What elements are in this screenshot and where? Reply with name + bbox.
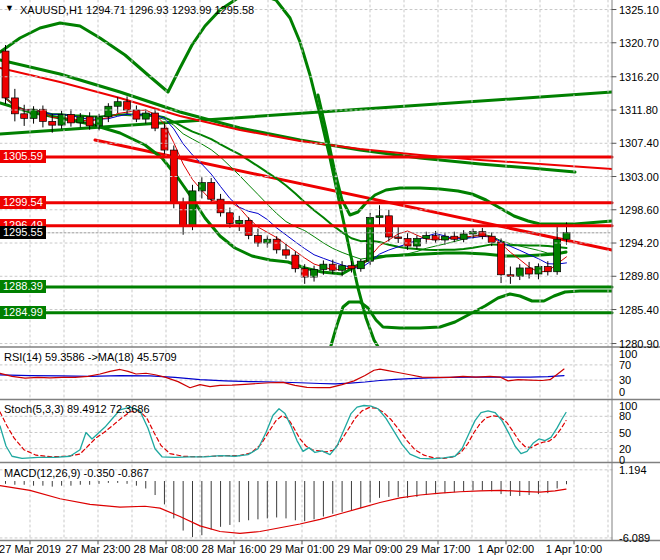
stoch-scale-label: 50: [619, 427, 631, 439]
stoch-indicator-label: Stoch(5,3,3) 89.4912 72.3686: [4, 403, 150, 415]
ascending-green-trendline: [0, 92, 612, 134]
candle: [236, 216, 243, 231]
macd-signal-line: [0, 486, 566, 534]
price-axis-label: 1320.70: [619, 37, 659, 49]
price-axis-label: 1307.40: [619, 137, 659, 149]
price-axis-label: 1298.60: [619, 204, 659, 216]
candle: [264, 235, 271, 247]
rsi-main-line: [0, 369, 564, 388]
rsi-scale-label: 30: [619, 374, 631, 386]
price-badge-1299.54: 1299.54: [0, 196, 46, 209]
macd-scale-max: 1.194: [619, 464, 647, 476]
candle: [161, 124, 168, 154]
candle: [413, 235, 420, 249]
time-axis-label: 1 Apr 02:00: [478, 543, 534, 555]
macd-indicator-label: MACD(12,26,9) -0.350 -0.867: [4, 467, 149, 479]
time-axis-label: 28 Mar 16:00: [202, 543, 267, 555]
candle: [2, 45, 9, 104]
price-axis-label: 1289.80: [619, 270, 659, 282]
price-axis-label: 1311.80: [619, 104, 658, 116]
price-axis-label: 1294.20: [619, 237, 659, 249]
symbol-dropdown-icon[interactable]: ▼: [5, 3, 14, 13]
rsi-scale-label: 0: [619, 386, 625, 398]
price-badge-1284.99: 1284.99: [0, 306, 46, 319]
rsi-indicator-label: RSI(14) 59.3586 ->MA(18) 45.5709: [4, 351, 177, 363]
price-axis-label: 1325.10: [619, 4, 659, 16]
price-axis-label: 1303.00: [619, 171, 659, 183]
candle: [507, 266, 514, 283]
candle: [208, 178, 215, 203]
time-axis-label: 29 Mar 09:00: [338, 543, 403, 555]
time-axis-label: 1 Apr 10:00: [546, 543, 602, 555]
rsi-scale-label: 70: [619, 359, 631, 371]
rsi-scale-label: 100: [619, 348, 637, 360]
candle: [357, 259, 364, 272]
main-chart-panel: [0, 0, 612, 350]
candle: [245, 217, 252, 239]
price-axis-label: 1316.20: [619, 71, 659, 83]
mt4-chart-window: { "window": { "title": "XAUUSD,H1 1294.7…: [0, 0, 660, 560]
candle: [376, 205, 383, 225]
candle: [423, 232, 430, 244]
time-axis-label: 28 Mar 08:00: [134, 543, 199, 555]
candle: [152, 109, 159, 131]
macd-scale-min: -6.089: [619, 532, 650, 544]
price-axis-label: 1285.40: [619, 304, 659, 316]
candle: [30, 106, 37, 123]
stoch-d-line: [0, 408, 566, 459]
stoch-scale-label: 80: [619, 410, 631, 422]
candle: [189, 185, 196, 230]
candle: [114, 97, 121, 113]
candle: [460, 230, 467, 242]
time-axis-label: 29 Mar 01:00: [270, 543, 335, 555]
time-axis-label: 27 Mar 23:00: [66, 543, 131, 555]
candle: [39, 105, 46, 127]
candle: [535, 263, 542, 279]
candle: [198, 177, 205, 198]
bb-outer-lower: [330, 291, 612, 349]
candle: [479, 228, 486, 239]
candle: [217, 194, 224, 217]
time-axis-label: 27 Mar 2019: [0, 543, 61, 555]
candle: [292, 251, 299, 272]
price-badge-1295.55: 1295.55: [0, 226, 46, 239]
candle: [133, 105, 140, 122]
candle: [67, 109, 74, 126]
time-axis-label: 29 Mar 17:00: [406, 543, 471, 555]
candle: [254, 229, 261, 247]
chart-title: XAUUSD,H1 1294.71 1296.93 1293.99 1295.5…: [20, 4, 254, 16]
candle: [11, 89, 18, 121]
price-badge-1305.59: 1305.59: [0, 150, 46, 163]
candle: [516, 264, 523, 280]
price-badge-1288.39: 1288.39: [0, 280, 46, 293]
